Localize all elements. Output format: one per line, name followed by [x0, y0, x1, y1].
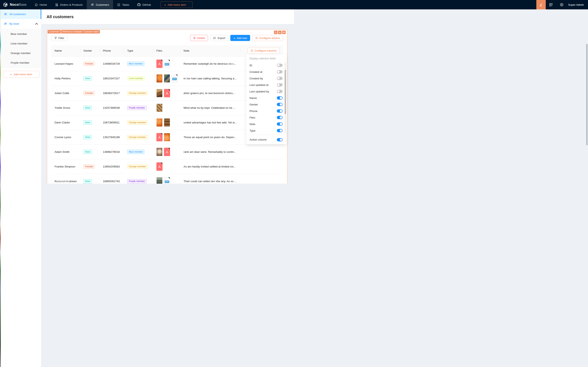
cell-type: Lime member — [124, 71, 153, 86]
cell-name: Julian Cobb — [51, 86, 80, 100]
dropdown-field-last-updated-at[interactable]: Last updated at — [246, 82, 287, 88]
nav-item-github[interactable]: GitHub — [133, 0, 155, 9]
dropdown-field-name[interactable]: Name — [246, 95, 287, 101]
toggle-created-at[interactable] — [277, 70, 282, 74]
pdf-file-icon[interactable]: 人 — [156, 59, 162, 68]
image-attachment-market[interactable] — [164, 74, 170, 83]
toggle-action-column[interactable] — [277, 138, 282, 141]
doc-label: DOC — [165, 181, 169, 183]
nav-item-orders-products[interactable]: Orders & Products — [51, 0, 87, 9]
image-attachment-pastry2[interactable] — [164, 118, 170, 127]
cell-type: Blue member — [124, 57, 153, 71]
cell-files — [153, 115, 180, 130]
dropdown-action-column-item[interactable]: Action column — [246, 135, 287, 144]
toggle-id[interactable] — [277, 64, 282, 67]
cell-note: unded advantages has but few add. Yet w.… — [180, 115, 240, 130]
delete-button[interactable]: Delete — [190, 35, 208, 41]
folded-corner — [168, 177, 170, 179]
image-attachment-storefront[interactable] — [156, 177, 162, 184]
nocobase-logo[interactable]: NocoBase — [0, 2, 31, 7]
column-header-files[interactable]: Files — [153, 45, 180, 56]
dropdown-field-files[interactable]: Files — [246, 114, 287, 121]
image-attachment-oranges[interactable] — [156, 118, 162, 127]
export-button[interactable]: Export — [210, 35, 229, 41]
dropdown-field-id[interactable]: ID — [246, 62, 287, 68]
member-type-tag: Purple member — [127, 179, 147, 184]
member-type-tag: Blue member — [127, 150, 144, 154]
cell-phone: 13898276018 — [100, 145, 124, 159]
nav-item-customers[interactable]: Customers — [87, 0, 113, 9]
acrobat-glyph: 人 — [158, 135, 161, 139]
pdf-file-icon[interactable]: 人 — [156, 162, 162, 171]
column-header-note[interactable]: Note — [180, 45, 240, 56]
doc-file-icon[interactable]: DOC — [164, 59, 170, 68]
image-attachment-oranges2[interactable] — [156, 74, 162, 83]
dropdown-field-last-updated-by[interactable]: Last updated by — [246, 88, 287, 95]
table-row[interactable]: Adam SmithMale13898276018Blue member人ran… — [51, 145, 283, 159]
navbar-add-menu-item-button[interactable]: + Add menu item — [161, 1, 193, 8]
add-block-icon[interactable] — [278, 31, 281, 34]
configure-columns-button[interactable]: Configure columns — [247, 48, 280, 54]
pdf-file-icon[interactable]: 人 — [156, 133, 162, 141]
sidebar-item-lime-member[interactable]: Lime member — [1, 39, 41, 48]
cell-phone: 13257489038 — [100, 100, 124, 115]
cell-note: Remember outweigh do he desirous no c... — [180, 57, 240, 71]
add-new-button[interactable]: + Add new — [230, 35, 250, 41]
column-header-phone[interactable]: Phone — [100, 45, 124, 56]
sidebar-item-purple-member[interactable]: Purple member — [1, 58, 41, 67]
toggle-last-updated-by[interactable] — [277, 90, 282, 93]
cloud-download-icon — [213, 37, 216, 39]
cell-type: Orange member — [124, 130, 153, 144]
table-toolbar: Filter Delete Export — [51, 35, 283, 41]
block-menu-icon[interactable] — [282, 31, 286, 34]
table-row[interactable]: Frankie SimpsonFemale13954209583Orange m… — [51, 159, 283, 174]
dropdown-field-created-at[interactable]: Created at — [246, 68, 287, 75]
dropdown-field-label: Note — [249, 123, 256, 126]
toggle-phone[interactable] — [277, 109, 282, 113]
nav-item-home[interactable]: Home — [31, 0, 51, 9]
dropdown-field-type[interactable]: Type — [246, 127, 287, 134]
toggle-type[interactable] — [277, 129, 282, 132]
toggle-last-updated-at[interactable] — [277, 83, 282, 86]
doc-file-icon[interactable]: DOC — [171, 74, 178, 83]
column-header-name[interactable]: Name — [51, 45, 80, 56]
drag-handle-icon[interactable] — [274, 31, 277, 34]
gender-tag: Male — [84, 150, 92, 154]
dropdown-field-label: Last updated at — [249, 83, 268, 86]
sidebar-item-by-level[interactable]: By level — [1, 19, 41, 29]
nav-item-tasks[interactable]: Tasks — [113, 0, 133, 9]
pdf-file-icon[interactable]: 人 — [164, 148, 170, 156]
block-designer-tags: Customers Reference template: Customer t… — [48, 30, 100, 33]
toggle-files[interactable] — [277, 116, 282, 119]
toggle-name[interactable] — [277, 96, 282, 100]
toggle-genter[interactable] — [277, 103, 282, 106]
dropdown-field-list: IDCreated atCreated byLast updated atLas… — [246, 62, 287, 135]
table-row[interactable]: Roderick AndrewsMale18865092743Purple me… — [51, 174, 283, 184]
gender-tag: Female — [84, 62, 94, 66]
image-attachment-oranges3[interactable] — [164, 133, 170, 141]
cell-files: 人 — [153, 86, 180, 100]
column-header-genter[interactable]: Genter — [80, 45, 100, 56]
sidebar-item-orange-member[interactable]: Orange member — [1, 48, 41, 58]
sidebar-item-blue-member[interactable]: Blue member — [1, 29, 41, 39]
doc-file-icon[interactable]: DOC — [164, 177, 170, 184]
dropdown-field-phone[interactable]: Phone — [246, 108, 287, 114]
image-attachment-coffee[interactable] — [156, 148, 162, 156]
sidebar-item-all-customers[interactable]: All customers — [1, 9, 41, 19]
dropdown-field-genter[interactable]: Genter — [246, 101, 287, 108]
toggle-created-by[interactable] — [277, 77, 282, 80]
sidebar-add-menu-item-button[interactable]: + Add menu item — [3, 71, 39, 78]
column-header-type[interactable]: Type — [124, 45, 153, 56]
dropdown-field-note[interactable]: Note — [246, 121, 287, 127]
acrobat-glyph: 人 — [158, 62, 161, 66]
cell-phone: 13498034729 — [100, 57, 124, 71]
dropdown-field-created-by[interactable]: Created by — [246, 75, 287, 82]
table-horizontal-scrollbar[interactable] — [56, 181, 70, 182]
filter-button[interactable]: Filter — [51, 35, 67, 41]
configure-actions-button[interactable]: Configure actions — [252, 35, 283, 41]
pdf-file-icon[interactable]: 人 — [164, 89, 170, 97]
image-attachment-pastry[interactable] — [156, 104, 162, 112]
dropdown-scrollbar-thumb[interactable] — [285, 70, 286, 114]
toggle-note[interactable] — [277, 122, 282, 126]
image-attachment-food[interactable] — [156, 89, 162, 97]
